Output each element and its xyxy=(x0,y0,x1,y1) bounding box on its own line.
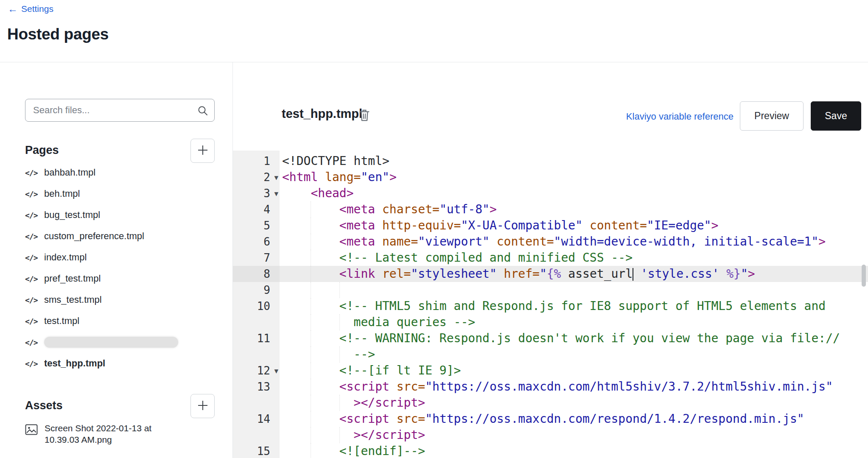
redacted-file-name xyxy=(44,337,178,348)
code-file-icon: </> xyxy=(25,296,37,304)
code-line[interactable]: 4 <meta charset="utf-8"> xyxy=(233,201,868,218)
asset-item[interactable]: Screen Shot 2022-01-13 at 10.39.03 AM.pn… xyxy=(25,422,185,445)
search-input[interactable] xyxy=(25,99,214,121)
indent-guide xyxy=(339,346,340,363)
back-to-settings-link[interactable]: ← Settings xyxy=(8,4,53,14)
code-file-icon: </> xyxy=(25,274,37,283)
code-line[interactable]: ></script> xyxy=(233,395,868,411)
code-text: <!-- HTML5 shim and Respond.js for IE8 s… xyxy=(280,298,868,314)
save-button[interactable]: Save xyxy=(811,101,861,131)
file-name: sms_test.tmpl xyxy=(44,294,102,305)
fold-toggle-icon[interactable]: ▾ xyxy=(274,363,278,379)
editor-rows: 1<!DOCTYPE html>2▾<html lang="en">3▾ <he… xyxy=(233,153,868,458)
line-number: 12▾ xyxy=(233,363,280,379)
line-number: 11 xyxy=(233,330,280,346)
add-page-button[interactable] xyxy=(190,139,215,163)
line-number: 9 xyxy=(233,282,280,298)
code-text: <script src="https://oss.maxcdn.com/resp… xyxy=(280,411,868,427)
file-item[interactable]: </> xyxy=(0,332,232,353)
asset-name: Screen Shot 2022-01-13 at 10.39.03 AM.pn… xyxy=(45,422,185,445)
preview-button[interactable]: Preview xyxy=(740,101,804,131)
code-line[interactable]: 5 <meta http-equiv="X-UA-Compatible" con… xyxy=(233,218,868,234)
code-line[interactable]: --> xyxy=(233,346,868,363)
fold-toggle-icon[interactable]: ▾ xyxy=(274,169,278,185)
file-name: index.tmpl xyxy=(44,252,87,263)
file-item[interactable]: </>custom_preference.tmpl xyxy=(0,226,232,247)
code-text: <html lang="en"> xyxy=(280,169,868,185)
code-line[interactable]: 11 <!-- WARNING: Respond.js doesn't work… xyxy=(233,330,868,346)
add-asset-button[interactable] xyxy=(190,394,215,418)
delete-file-button[interactable] xyxy=(358,109,370,123)
indent-guide xyxy=(339,427,340,443)
file-item[interactable]: </>index.tmpl xyxy=(0,247,232,268)
indent-guide xyxy=(311,250,311,266)
image-icon xyxy=(25,422,38,437)
code-line[interactable]: ></script> xyxy=(233,427,868,443)
line-number xyxy=(233,314,280,330)
code-editor[interactable]: 1<!DOCTYPE html>2▾<html lang="en">3▾ <he… xyxy=(233,151,868,458)
code-line[interactable]: 14 <script src="https://oss.maxcdn.com/r… xyxy=(233,411,868,427)
scrollbar-thumb[interactable] xyxy=(862,265,866,287)
code-text: <script src="https://oss.maxcdn.com/html… xyxy=(280,379,868,395)
code-text: <meta charset="utf-8"> xyxy=(280,201,868,218)
indent-guide xyxy=(311,363,311,379)
code-text: ></script> xyxy=(280,395,868,411)
indent-guide xyxy=(311,201,311,218)
code-text: <head> xyxy=(280,185,868,201)
file-name: bug_test.tmpl xyxy=(44,209,100,221)
plus-icon xyxy=(196,399,209,413)
code-line[interactable]: 3▾ <head> xyxy=(233,185,868,201)
code-text: <meta http-equiv="X-UA-Compatible" conte… xyxy=(280,218,868,234)
indent-guide xyxy=(311,234,311,250)
file-item[interactable]: </>test.tmpl xyxy=(0,310,232,332)
code-line[interactable]: 7 <!-- Latest compiled and minified CSS … xyxy=(233,250,868,266)
code-line[interactable]: 12▾ <!--[if lt IE 9]> xyxy=(233,363,868,379)
indent-guide xyxy=(311,218,311,234)
code-line[interactable]: 2▾<html lang="en"> xyxy=(233,169,868,185)
file-item[interactable]: </>bahbah.tmpl xyxy=(0,162,232,183)
file-item[interactable]: </>sms_test.tmpl xyxy=(0,289,232,310)
file-name: test.tmpl xyxy=(44,316,79,327)
line-number xyxy=(233,395,280,411)
code-line[interactable]: 9 xyxy=(233,282,868,298)
indent-guide xyxy=(311,427,311,443)
variable-reference-link[interactable]: Klaviyo variable reference xyxy=(626,111,734,122)
file-item[interactable]: </>test_hpp.tmpl xyxy=(0,353,232,374)
code-line[interactable]: 8 <link rel="stylesheet" href="{% asset_… xyxy=(233,266,868,282)
code-text: <link rel="stylesheet" href="{% asset_ur… xyxy=(280,266,868,282)
code-text: ></script> xyxy=(280,427,868,443)
fold-toggle-icon[interactable]: ▾ xyxy=(274,185,278,201)
indent-guide xyxy=(311,395,311,411)
code-text: <!-- WARNING: Respond.js doesn't work if… xyxy=(280,330,868,346)
file-name: beh.tmpl xyxy=(44,188,80,199)
line-number: 6 xyxy=(233,234,280,250)
file-item[interactable]: </>pref_test.tmpl xyxy=(0,268,232,289)
indent-guide xyxy=(339,282,340,298)
line-number: 1 xyxy=(233,153,280,169)
code-file-icon: </> xyxy=(25,232,37,241)
line-number: 14 xyxy=(233,411,280,427)
code-text: <![endif]--> xyxy=(280,443,868,458)
code-line[interactable]: 1<!DOCTYPE html> xyxy=(233,153,868,169)
line-number: 13 xyxy=(233,379,280,395)
indent-guide xyxy=(339,314,340,330)
code-line[interactable]: media queries --> xyxy=(233,314,868,330)
code-line[interactable]: 10 <!-- HTML5 shim and Respond.js for IE… xyxy=(233,298,868,314)
line-number: 4 xyxy=(233,201,280,218)
indent-guide xyxy=(311,443,311,458)
indent-guide xyxy=(311,266,311,282)
search-files-box xyxy=(25,99,215,122)
file-item[interactable]: </>bug_test.tmpl xyxy=(0,204,232,226)
indent-guide xyxy=(311,314,311,330)
code-file-icon: </> xyxy=(25,211,37,220)
file-item[interactable]: </>beh.tmpl xyxy=(0,183,232,204)
code-line[interactable]: 6 <meta name="viewport" content="width=d… xyxy=(233,234,868,250)
code-line[interactable]: 13 <script src="https://oss.maxcdn.com/h… xyxy=(233,379,868,395)
back-arrow-icon: ← xyxy=(8,4,18,14)
hosted-pages-screen: { "palette": { "link_blue": "#1f63d8", "… xyxy=(0,0,868,458)
line-number xyxy=(233,346,280,363)
file-name: bahbah.tmpl xyxy=(44,167,95,178)
indent-guide xyxy=(311,411,311,427)
code-line[interactable]: 15 <![endif]--> xyxy=(233,443,868,458)
code-text xyxy=(280,282,868,298)
